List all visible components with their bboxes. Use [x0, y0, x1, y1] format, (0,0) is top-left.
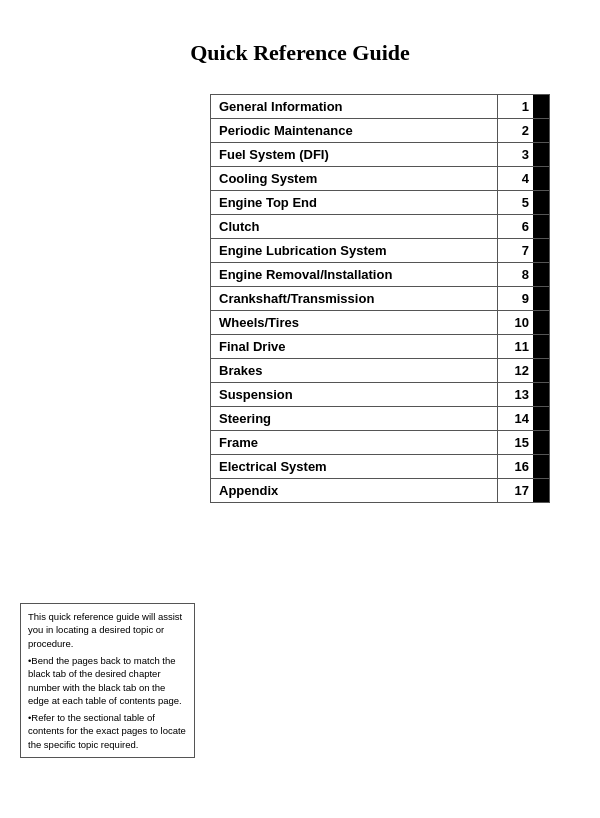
toc-row: Appendix17 — [210, 478, 550, 503]
note-intro: This quick reference guide will assist y… — [28, 610, 187, 650]
note-bullet2: •Refer to the sectional table of content… — [28, 711, 187, 751]
toc-tab — [533, 263, 549, 286]
toc-row: Cooling System4 — [210, 166, 550, 190]
toc-label: Cooling System — [211, 167, 497, 190]
toc-row: Wheels/Tires10 — [210, 310, 550, 334]
toc-number: 13 — [497, 383, 533, 406]
toc-number: 8 — [497, 263, 533, 286]
page: Quick Reference Guide General Informatio… — [0, 0, 600, 818]
toc-number: 17 — [497, 479, 533, 502]
toc-tab — [533, 383, 549, 406]
toc-tab — [533, 407, 549, 430]
toc-number: 9 — [497, 287, 533, 310]
toc-label: Periodic Maintenance — [211, 119, 497, 142]
note-box: This quick reference guide will assist y… — [20, 603, 195, 758]
toc-number: 2 — [497, 119, 533, 142]
toc-number: 7 — [497, 239, 533, 262]
toc-number: 5 — [497, 191, 533, 214]
toc-tab — [533, 431, 549, 454]
toc-label: Steering — [211, 407, 497, 430]
toc-label: Engine Top End — [211, 191, 497, 214]
toc-row: Clutch6 — [210, 214, 550, 238]
toc-number: 1 — [497, 95, 533, 118]
toc-row: Engine Top End5 — [210, 190, 550, 214]
toc-tab — [533, 311, 549, 334]
page-title: Quick Reference Guide — [0, 40, 600, 66]
toc-tab — [533, 479, 549, 502]
toc-row: Steering14 — [210, 406, 550, 430]
toc-container: General Information1Periodic Maintenance… — [210, 94, 550, 503]
toc-row: Periodic Maintenance2 — [210, 118, 550, 142]
toc-row: Frame15 — [210, 430, 550, 454]
toc-label: Final Drive — [211, 335, 497, 358]
toc-tab — [533, 359, 549, 382]
toc-number: 3 — [497, 143, 533, 166]
toc-label: Engine Removal/Installation — [211, 263, 497, 286]
toc-row: Final Drive11 — [210, 334, 550, 358]
toc-row: Fuel System (DFI)3 — [210, 142, 550, 166]
toc-number: 15 — [497, 431, 533, 454]
toc-label: General Information — [211, 95, 497, 118]
toc-number: 4 — [497, 167, 533, 190]
toc-row: Brakes12 — [210, 358, 550, 382]
note-bullet1: •Bend the pages back to match the black … — [28, 654, 187, 707]
toc-row: General Information1 — [210, 94, 550, 118]
toc-tab — [533, 215, 549, 238]
toc-tab — [533, 335, 549, 358]
toc-label: Fuel System (DFI) — [211, 143, 497, 166]
toc-label: Engine Lubrication System — [211, 239, 497, 262]
toc-number: 14 — [497, 407, 533, 430]
toc-label: Crankshaft/Transmission — [211, 287, 497, 310]
toc-label: Wheels/Tires — [211, 311, 497, 334]
toc-number: 12 — [497, 359, 533, 382]
toc-row: Electrical System16 — [210, 454, 550, 478]
toc-number: 10 — [497, 311, 533, 334]
toc-tab — [533, 95, 549, 118]
toc-number: 16 — [497, 455, 533, 478]
toc-number: 11 — [497, 335, 533, 358]
toc-tab — [533, 191, 549, 214]
toc-label: Appendix — [211, 479, 497, 502]
toc-label: Frame — [211, 431, 497, 454]
toc-tab — [533, 167, 549, 190]
toc-row: Engine Removal/Installation8 — [210, 262, 550, 286]
toc-number: 6 — [497, 215, 533, 238]
toc-row: Crankshaft/Transmission9 — [210, 286, 550, 310]
toc-tab — [533, 287, 549, 310]
toc-tab — [533, 119, 549, 142]
toc-label: Clutch — [211, 215, 497, 238]
toc-label: Electrical System — [211, 455, 497, 478]
toc-tab — [533, 239, 549, 262]
toc-row: Suspension13 — [210, 382, 550, 406]
toc-label: Brakes — [211, 359, 497, 382]
toc-tab — [533, 455, 549, 478]
toc-tab — [533, 143, 549, 166]
toc-label: Suspension — [211, 383, 497, 406]
toc-row: Engine Lubrication System7 — [210, 238, 550, 262]
